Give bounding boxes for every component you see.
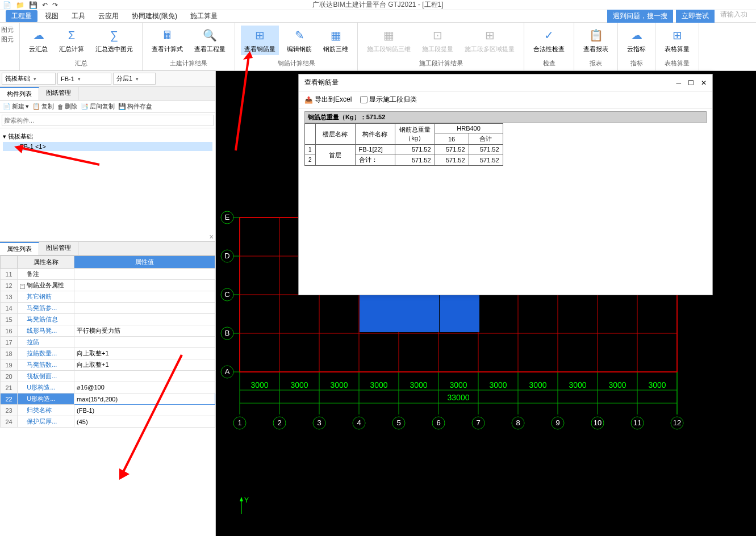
layer-selector[interactable]: 分层1 [113,73,156,85]
menu-engineering[interactable]: 工程量 [6,10,37,22]
sum-icon: Σ [68,27,75,43]
svg-text:6: 6 [436,418,440,427]
summary-selected-button[interactable]: ∑ 汇总选中图元 [92,26,136,55]
prop-value[interactable] [74,337,215,348]
table-calc-button[interactable]: ⊞ 表格算量 [661,26,693,55]
tab-component-list[interactable]: 构件列表 [0,87,39,100]
prop-value[interactable]: max(15*d,200) [74,393,215,405]
cloud-summary-button[interactable]: ☁ 云汇总 [26,26,51,55]
search-input[interactable] [2,115,214,126]
group-civil-label: 土建计算结果 [170,59,207,68]
prop-name[interactable]: 拉筋 [18,337,74,348]
table-icon: ⊞ [673,27,682,43]
prop-value[interactable] [74,291,215,303]
show-construction-checkbox[interactable]: 显示施工段归类 [360,95,417,104]
prop-name[interactable]: 筏板侧面... [18,371,74,382]
prop-name[interactable]: 线形马凳... [18,325,74,337]
cloud-icon: ☁ [33,27,44,43]
tab-drawing-mgmt[interactable]: 图纸管理 [39,87,78,100]
report-icon: 📋 [589,27,603,43]
group-construction-label: 施工段计算结果 [419,59,463,68]
view-calc-button[interactable]: 🖩 查看计算式 [148,26,186,55]
prop-name[interactable]: 马凳筋数... [18,359,74,371]
prop-name[interactable]: 马凳筋参... [18,303,74,314]
svg-text:3000: 3000 [250,380,268,390]
try-now-button[interactable]: 立即尝试 [676,10,715,23]
menu-tools[interactable]: 工具 [66,10,91,22]
validity-check-button[interactable]: ✓ 合法性检查 [530,26,568,55]
menu-view[interactable]: 视图 [39,10,64,22]
svg-text:9: 9 [555,418,559,427]
view-report-button[interactable]: 📋 查看报表 [580,26,612,55]
menu-cloud[interactable]: 云应用 [93,10,124,22]
prop-value[interactable]: 向上取整+1 [74,348,215,359]
summary-calc-button[interactable]: Σ 汇总计算 [56,26,87,55]
dialog-title: 查看钢筋量 [304,78,339,87]
prop-name[interactable]: 备注 [18,269,74,280]
prop-name[interactable]: U形构造... [18,382,74,393]
side-text: 图元 图元 [1,26,14,44]
search-help-button[interactable]: 遇到问题，搜一搜 [607,10,673,23]
svg-text:33000: 33000 [448,393,470,402]
export-excel-button[interactable]: 📤 导出到Excel [304,95,352,104]
svg-text:3000: 3000 [489,380,507,390]
selected-cell-2[interactable] [440,294,479,332]
app-title: 广联达BIM土建计量平台 GTJ2021 - [工程1] [312,0,443,10]
prop-value[interactable] [74,280,215,291]
prop-value[interactable] [74,371,215,382]
top-icon-4[interactable]: ↶ [42,1,48,9]
foundation-selector[interactable]: 筏板基础 [2,73,56,85]
props-table: 属性名称 属性值 11 备注 12 −钢筋业务属性 13 其它钢筋 14 马凳筋… [0,256,215,428]
edit-rebar-button[interactable]: ✎ 编辑钢筋 [283,26,315,55]
menu-construction[interactable]: 施工算量 [185,10,223,22]
layer-copy-button[interactable]: 📑 层间复制 [81,102,115,111]
construction-rebar3d-button: ▦ 施工段钢筋三维 [364,26,414,55]
copy-button[interactable]: 📋 复制 [32,102,54,111]
prop-name[interactable]: 其它钢筋 [18,291,74,303]
sum-sel-icon: ∑ [110,27,118,43]
menu-collab[interactable]: 协同建模(限免) [126,10,183,22]
maximize-icon[interactable]: ☐ [688,79,694,87]
prop-name[interactable]: U形构造... [18,393,74,405]
svg-marker-84 [240,497,243,501]
prop-name[interactable]: −钢筋业务属性 [18,280,74,291]
new-button[interactable]: 📄 新建 ▾ [3,102,29,111]
delete-button[interactable]: 🗑 删除 [57,102,77,111]
component-save-button[interactable]: 💾 构件存盘 [118,102,152,111]
group-index-label: 指标 [630,59,643,68]
top-icon-1[interactable]: 📄 [3,1,11,9]
svg-text:12: 12 [673,418,681,427]
prop-value[interactable] [74,303,215,314]
prop-name[interactable]: 马凳筋信息 [18,314,74,325]
rebar-3d-button[interactable]: ▦ 钢筋三维 [320,26,352,55]
prop-value[interactable] [74,314,215,325]
tab-layer[interactable]: 图层管理 [39,242,78,255]
tree-child-node[interactable]: FB-1 <1> [3,142,212,151]
view-quantity-button[interactable]: 🔍 查看工程量 [191,26,229,55]
top-icon-3[interactable]: 💾 [29,1,37,9]
prop-name[interactable]: 归类名称 [18,405,74,416]
prop-value[interactable]: (FB-1) [74,405,215,416]
tab-props[interactable]: 属性列表 [0,242,39,255]
svg-text:8: 8 [516,418,520,427]
cloud-index-button[interactable]: ☁ 云指标 [624,26,649,55]
svg-text:3000: 3000 [569,380,586,390]
tree-root-node[interactable]: ▾ 筏板基础 [3,131,212,142]
close-icon[interactable]: ✕ [701,79,707,87]
calc-icon: 🖩 [162,27,173,43]
minimize-icon[interactable]: ─ [676,79,681,87]
collapse-icon[interactable]: ⨯ [209,233,214,240]
prop-value[interactable]: 平行横向受力筋 [74,325,215,337]
prop-value[interactable]: (45) [74,416,215,428]
prop-value[interactable] [74,269,215,280]
selected-cell-1[interactable] [360,294,439,332]
top-icon-5[interactable]: ↷ [52,1,58,9]
prop-name[interactable]: 保护层厚... [18,416,74,428]
prop-value[interactable]: 向上取整+1 [74,359,215,371]
group-report-label: 报表 [590,59,602,68]
prop-name[interactable]: 拉筋数量... [18,348,74,359]
view-rebar-button[interactable]: ⊞ 查看钢筋量 [241,26,279,55]
component-selector[interactable]: FB-1 [57,73,111,85]
prop-value[interactable]: ⌀16@100 [74,382,215,393]
top-icon-2[interactable]: 📁 [16,1,24,9]
